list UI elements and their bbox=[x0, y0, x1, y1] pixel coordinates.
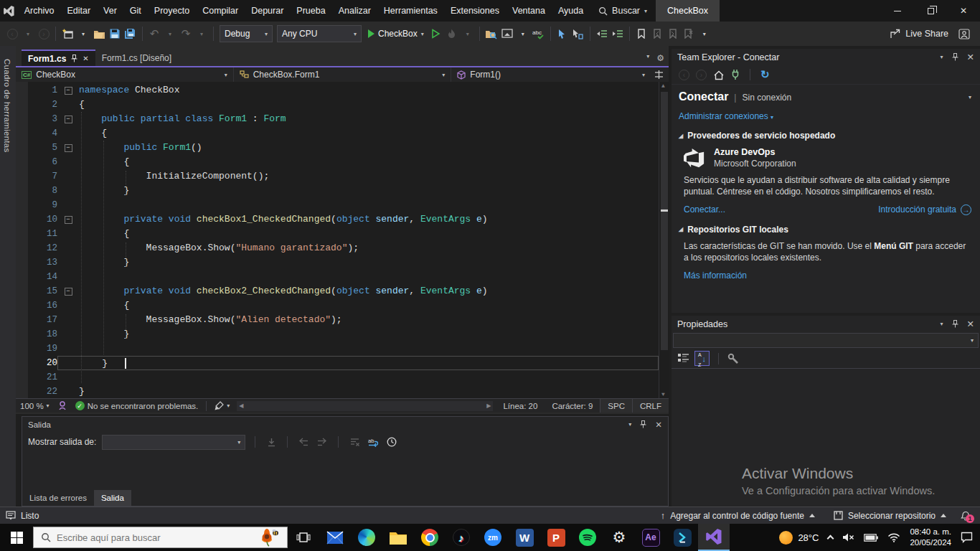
tab-form1-cs-design[interactable]: Form1.cs [Diseño] bbox=[95, 50, 178, 66]
menu-herramientas[interactable]: Herramientas bbox=[377, 0, 444, 22]
code-line-3[interactable]: 3− public partial class Form1 : Form bbox=[16, 112, 659, 126]
refresh-icon[interactable]: ↻ bbox=[760, 68, 770, 81]
close-icon[interactable]: ✕ bbox=[655, 420, 662, 430]
file-explorer-app-icon[interactable] bbox=[382, 524, 414, 551]
live-share-button[interactable]: Live Share bbox=[890, 29, 980, 39]
scroll-left-icon[interactable]: ◀ bbox=[239, 402, 243, 409]
te-back-icon[interactable]: ‹ bbox=[679, 70, 689, 80]
pin-icon[interactable] bbox=[71, 55, 77, 62]
hot-reload-chevron-icon[interactable]: ▾ bbox=[461, 25, 475, 42]
section-local-git-repos[interactable]: ◢ Repositorios GIT locales bbox=[679, 225, 971, 235]
tab-list-chevron-icon[interactable]: ▾ bbox=[646, 53, 649, 63]
sync-chevron-icon[interactable]: ▾ bbox=[516, 25, 530, 42]
fold-collapse-icon[interactable]: − bbox=[65, 288, 72, 296]
search-box[interactable]: Buscar ▾ bbox=[590, 6, 656, 16]
chevron-down-icon[interactable]: ▾ bbox=[771, 114, 773, 121]
undo-icon[interactable]: ↶ bbox=[147, 25, 161, 42]
search-highlight-flower-icon[interactable] bbox=[258, 528, 280, 547]
powerpoint-app-icon[interactable]: P bbox=[540, 524, 572, 551]
fold-collapse-icon[interactable]: − bbox=[65, 144, 72, 152]
redo-icon[interactable]: ↷ bbox=[179, 25, 193, 42]
settings-app-icon[interactable]: ⚙ bbox=[603, 524, 635, 551]
home-icon[interactable] bbox=[713, 70, 725, 80]
code-line-10[interactable]: 10− private void checkBox1_CheckedChange… bbox=[16, 212, 659, 227]
scroll-right-icon[interactable]: ▶ bbox=[486, 402, 491, 409]
nav-back-icon[interactable]: ‹ bbox=[5, 25, 19, 42]
menu-depurar[interactable]: Depurar bbox=[245, 0, 290, 22]
fold-collapse-icon[interactable]: − bbox=[65, 87, 72, 95]
section-hosted-providers[interactable]: ◢ Proveedores de servicio hospedado bbox=[679, 131, 971, 141]
code-line-14[interactable]: 14 bbox=[16, 270, 659, 284]
project-dropdown[interactable]: C# CheckBox ▾ bbox=[16, 67, 234, 82]
property-pages-wrench-icon[interactable] bbox=[727, 353, 739, 364]
code-line-1[interactable]: 1−namespace CheckBox bbox=[16, 83, 659, 98]
health-indicator-icon[interactable] bbox=[54, 399, 71, 413]
select-repository-button[interactable]: Seleccionar repositorio bbox=[827, 511, 953, 521]
tiktok-app-icon[interactable]: ♪ bbox=[446, 524, 477, 551]
code-line-9[interactable]: 9 bbox=[16, 198, 659, 212]
code-line-19[interactable]: 19 bbox=[16, 342, 659, 356]
code-line-7[interactable]: 7 InitializeComponent(); bbox=[16, 169, 659, 184]
menu-editar[interactable]: Editar bbox=[60, 0, 97, 22]
code-line-6[interactable]: 6 { bbox=[16, 155, 659, 169]
save-icon[interactable] bbox=[108, 25, 122, 42]
code-line-15[interactable]: 15− private void checkBox2_CheckedChange… bbox=[16, 284, 659, 298]
project-title-button[interactable]: CheckBox bbox=[656, 0, 720, 22]
start-button[interactable] bbox=[0, 524, 33, 551]
phone-link-app-icon[interactable] bbox=[666, 524, 698, 551]
code-line-13[interactable]: 13 } bbox=[16, 255, 659, 270]
taskbar-search-input[interactable] bbox=[57, 532, 222, 543]
arrow-right-circle-icon[interactable]: → bbox=[961, 204, 971, 215]
code-cleanup-button[interactable]: ▾ bbox=[210, 399, 234, 413]
pin-icon[interactable] bbox=[952, 53, 958, 61]
outdent-icon[interactable] bbox=[595, 25, 609, 42]
clock-widget[interactable]: 08:40 a. m. 20/05/2024 bbox=[910, 527, 951, 548]
categorized-view-icon[interactable] bbox=[677, 353, 689, 364]
zoom-dropdown[interactable]: 100 %▾ bbox=[16, 399, 54, 413]
restore-button[interactable] bbox=[914, 0, 947, 22]
chrome-app-icon[interactable] bbox=[414, 524, 446, 551]
solution-configuration-dropdown[interactable]: Debug▾ bbox=[220, 25, 273, 42]
toggle-bookmark-icon[interactable] bbox=[634, 25, 649, 42]
tab-form1-cs[interactable]: Form1.cs ✕ bbox=[22, 50, 95, 66]
close-icon[interactable]: ✕ bbox=[967, 52, 974, 62]
taskbar-search-box[interactable] bbox=[33, 527, 288, 548]
error-list-tab[interactable]: Lista de errores bbox=[22, 490, 94, 506]
visual-studio-app-icon[interactable] bbox=[698, 524, 730, 551]
menu-ver[interactable]: Ver bbox=[97, 0, 123, 22]
menu-extensiones[interactable]: Extensiones bbox=[444, 0, 506, 22]
start-debugging-button[interactable]: CheckBox ▾ bbox=[364, 29, 428, 39]
toolbox-vertical-tab[interactable]: Cuadro de herramientas bbox=[3, 52, 11, 160]
scroll-up-icon[interactable]: ▲ bbox=[661, 83, 665, 89]
task-view-button[interactable] bbox=[288, 524, 319, 551]
code-line-2[interactable]: 2{ bbox=[16, 98, 659, 112]
menu-prueba[interactable]: Prueba bbox=[290, 0, 331, 22]
panel-menu-chevron-icon[interactable]: ▾ bbox=[941, 54, 943, 60]
more-info-link[interactable]: Más información bbox=[684, 270, 747, 281]
timestamp-clock-icon[interactable] bbox=[385, 435, 398, 448]
minimize-button[interactable] bbox=[881, 0, 914, 22]
close-icon[interactable]: ✕ bbox=[83, 55, 88, 62]
tray-expand-chevron-icon[interactable] bbox=[827, 535, 834, 542]
new-project-chevron-icon[interactable]: ▾ bbox=[76, 25, 90, 42]
find-in-files-icon[interactable] bbox=[484, 25, 499, 42]
new-project-icon[interactable] bbox=[60, 25, 75, 42]
document-options-gear-icon[interactable]: ⚙ bbox=[656, 53, 664, 63]
save-all-icon[interactable] bbox=[123, 25, 138, 42]
code-editor[interactable]: 1−namespace CheckBox2{3− public partial … bbox=[16, 82, 669, 398]
menu-ayuda[interactable]: Ayuda bbox=[552, 0, 590, 22]
open-folder-icon[interactable] bbox=[92, 25, 106, 42]
manage-connections-link[interactable]: Administrar conexiones bbox=[679, 111, 768, 121]
pointer-copy-icon[interactable] bbox=[571, 25, 585, 42]
member-dropdown[interactable]: Form1() ▾ bbox=[451, 67, 669, 82]
code-line-8[interactable]: 8 } bbox=[16, 184, 659, 198]
scroll-down-icon[interactable]: ▼ bbox=[661, 391, 665, 397]
code-line-17[interactable]: 17 MessageBox.Show("Alien detectado"); bbox=[16, 313, 659, 327]
spotify-app-icon[interactable] bbox=[572, 524, 603, 551]
zoom-app-icon[interactable]: zm bbox=[477, 524, 509, 551]
fold-collapse-icon[interactable]: − bbox=[65, 116, 72, 123]
clear-bookmarks-icon[interactable] bbox=[682, 25, 696, 42]
pin-icon[interactable] bbox=[952, 320, 958, 328]
start-without-debugging-icon[interactable] bbox=[429, 25, 443, 42]
notifications-bell-icon[interactable]: 1 bbox=[958, 509, 973, 523]
